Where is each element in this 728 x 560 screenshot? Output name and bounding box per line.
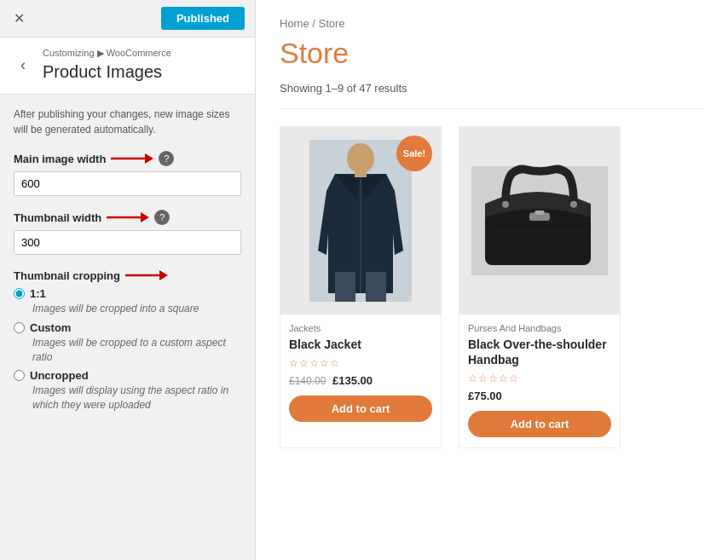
breadcrumb-customizing: Customizing [43, 48, 95, 58]
cropping-radio-group: 1:1 Images will be cropped into a square… [14, 287, 241, 413]
radio-custom-label: Custom [30, 321, 71, 334]
main-image-width-group: Main image width ? [14, 151, 241, 196]
product-image-2 [459, 127, 620, 315]
products-grid: Sale! [280, 126, 704, 448]
red-arrow-thumbnail-cropping [125, 268, 168, 282]
product-card-2: Purses And Handbags Black Over-the-shoul… [459, 126, 621, 448]
customizer-panel: ✕ Published ‹ Customizing ▶ WooCommerce … [0, 0, 256, 560]
svg-marker-3 [141, 212, 149, 222]
thumbnail-width-group: Thumbnail width ? [14, 210, 241, 255]
radio-custom[interactable] [14, 322, 25, 333]
radio-custom-desc: Images will be cropped to a custom aspec… [32, 336, 241, 365]
panel-header: ‹ Customizing ▶ WooCommerce Product Imag… [0, 38, 255, 95]
product-info-2: Purses And Handbags Black Over-the-shoul… [459, 315, 620, 447]
svg-rect-15 [534, 211, 544, 215]
publish-button[interactable]: Published [161, 7, 245, 30]
store-title: Store [280, 37, 704, 70]
radio-item-uncropped: Uncropped Images will display using the … [14, 369, 241, 413]
svg-rect-11 [366, 272, 386, 302]
price-wrap-2: £75.00 [468, 390, 611, 402]
radio-uncropped-label: Uncropped [30, 369, 89, 382]
svg-rect-10 [335, 272, 355, 302]
radio-uncropped[interactable] [14, 370, 25, 381]
add-to-cart-2[interactable]: Add to cart [468, 411, 611, 437]
red-arrow-thumbnail-width [107, 211, 149, 224]
thumbnail-cropping-label-row: Thumbnail cropping [14, 268, 241, 282]
svg-rect-9 [355, 170, 367, 177]
product-name-1: Black Jacket [289, 337, 432, 352]
radio-item-1to1: 1:1 Images will be cropped into a square [14, 287, 241, 316]
main-image-label-row: Main image width ? [14, 151, 241, 166]
thumbnail-width-input[interactable] [14, 230, 241, 255]
thumbnail-cropping-group: Thumbnail cropping 1:1 Images will be cr… [14, 268, 241, 413]
back-button[interactable]: ‹ [14, 53, 32, 78]
product-stars-1: ☆☆☆☆☆ [289, 357, 432, 369]
thumbnail-width-label-row: Thumbnail width ? [14, 210, 241, 225]
breadcrumb-woocommerce: WooCommerce [107, 48, 171, 58]
thumbnail-cropping-label: Thumbnail cropping [14, 269, 120, 282]
price-wrap-1: £140.00 £135.00 [289, 374, 432, 387]
top-bar: ✕ Published [0, 0, 255, 38]
header-text: Customizing ▶ WooCommerce Product Images [43, 48, 241, 82]
store-preview: Home / Store Store Showing 1–9 of 47 res… [256, 0, 728, 560]
close-button[interactable]: ✕ [10, 7, 28, 30]
price-old-1: £140.00 [289, 375, 326, 387]
product-image-1: Sale! [280, 127, 441, 315]
sale-badge-1: Sale! [396, 136, 432, 171]
svg-marker-1 [145, 153, 153, 164]
content-area: After publishing your changes, new image… [0, 95, 255, 560]
radio-1to1-desc: Images will be cropped into a square [32, 302, 241, 316]
page-title: Product Images [43, 62, 241, 82]
svg-marker-5 [159, 270, 168, 280]
add-to-cart-1[interactable]: Add to cart [289, 395, 432, 422]
svg-point-17 [570, 201, 577, 208]
store-breadcrumb: Home / Store [280, 17, 704, 30]
handbag-image [471, 161, 608, 280]
main-image-input[interactable] [14, 171, 241, 196]
main-image-label: Main image width [14, 153, 106, 165]
thumbnail-width-label: Thumbnail width [14, 211, 101, 224]
breadcrumb: Customizing ▶ WooCommerce [43, 48, 241, 59]
product-name-2: Black Over-the-shoulder Handbag [468, 337, 611, 367]
price-only-2: £75.00 [468, 390, 502, 402]
red-arrow-main-image [111, 152, 153, 165]
radio-item-custom: Custom Images will be cropped to a custo… [14, 321, 241, 365]
radio-1to1[interactable] [14, 288, 25, 299]
radio-1to1-label: 1:1 [30, 287, 46, 300]
showing-text: Showing 1–9 of 47 results [280, 82, 704, 109]
product-info-1: Jackets Black Jacket ☆☆☆☆☆ £140.00 £135.… [280, 315, 441, 432]
main-image-help-icon[interactable]: ? [159, 151, 174, 166]
info-text: After publishing your changes, new image… [14, 107, 241, 137]
product-category-1: Jackets [289, 323, 432, 333]
product-category-2: Purses And Handbags [468, 323, 611, 333]
svg-point-16 [502, 201, 509, 208]
jacket-image [309, 140, 412, 302]
product-card-1: Sale! [280, 126, 442, 448]
product-stars-2: ☆☆☆☆☆ [468, 372, 611, 384]
svg-point-8 [347, 143, 374, 174]
breadcrumb-arrow: ▶ [97, 48, 107, 58]
price-new-1: £135.00 [332, 374, 373, 387]
radio-uncropped-desc: Images will display using the aspect rat… [32, 384, 241, 413]
thumbnail-width-help-icon[interactable]: ? [154, 210, 170, 225]
